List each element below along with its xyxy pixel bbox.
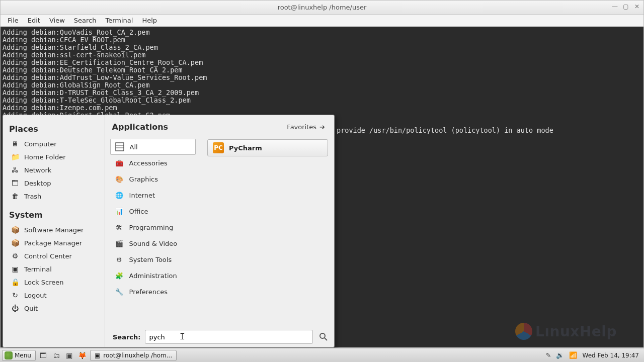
app-pycharm[interactable]: PC PyCharm [207,139,328,156]
folder-icon: 📁 [11,153,19,161]
category-label: System Tools [129,256,172,263]
system-label: Quit [24,305,38,312]
category-label: Internet [129,192,155,199]
menu-view[interactable]: View [45,16,69,25]
category-label: Programming [129,224,174,231]
svg-rect-0 [116,143,124,151]
svg-point-3 [320,333,325,338]
menu-search[interactable]: Search [70,16,101,25]
system-software-manager[interactable]: 📦Software Manager [8,224,101,236]
system-terminal[interactable]: ▣Terminal [8,263,101,275]
category-all[interactable]: All [110,139,196,155]
place-label: Network [24,166,51,174]
category-office[interactable]: 📊Office [110,203,196,219]
system-label: Package Manager [24,239,82,247]
menu-terminal[interactable]: Terminal [101,16,137,25]
search-input[interactable] [145,330,313,344]
category-administration[interactable]: 🧩Administration [110,267,196,284]
category-label: Sound & Video [129,240,178,247]
places-heading: Places [9,124,101,134]
category-system-tools[interactable]: ⚙System Tools [110,251,196,267]
control-center-icon: ⚙ [11,252,19,260]
place-desktop[interactable]: 🗔Desktop [8,177,101,189]
input-method-icon[interactable]: ✎ [546,351,551,359]
administration-icon: 🧩 [114,270,124,281]
place-trash[interactable]: 🗑Trash [8,190,101,202]
menu-button[interactable]: Menu [2,350,36,361]
system-tools-icon: ⚙ [114,254,124,264]
system-package-manager[interactable]: 📦Package Manager [8,237,101,249]
terminal-output-fragment: provide /usr/bin/policytool (policytool)… [337,126,553,134]
category-programming[interactable]: 🛠Programming [110,219,196,235]
desktop-background: root@linuxhelp /home/user — ▢ ✕ File Edi… [0,0,644,362]
favorites-link[interactable]: Favorites ➔ [287,123,325,131]
pycharm-icon: PC [213,142,224,153]
sound-video-icon: 🎬 [114,238,124,248]
system-label: Control Center [24,252,72,260]
taskbar: Menu 🗔 🗂 ▣ 🦊 ▣ root@linuxhelp /hom... ✎ … [0,348,644,362]
software-manager-icon: 📦 [11,226,19,234]
category-list: All 🧰Accessories 🎨Graphics 🌐Internet 📊Of… [105,137,201,347]
place-computer[interactable]: 🖥Computer [8,138,101,150]
terminal-icon: ▣ [11,265,19,273]
terminal-launcher[interactable]: ▣ [64,350,75,361]
menu-button-label: Menu [15,352,31,359]
window-maximize-button[interactable]: ▢ [621,2,630,11]
clock[interactable]: Wed Feb 14, 19:47 [582,352,639,359]
terminal-icon: ▣ [95,352,100,359]
menu-help[interactable]: Help [138,16,161,25]
category-label: All [130,143,138,151]
category-label: Graphics [129,175,158,183]
taskbar-task-label: root@linuxhelp /hom... [103,352,172,359]
applications-heading: Applications [112,122,169,132]
accessories-icon: 🧰 [114,158,124,168]
all-icon [115,142,125,152]
office-icon: 📊 [114,206,124,216]
network-icon: 🖧 [11,166,19,174]
window-close-button[interactable]: ✕ [632,2,641,11]
place-label: Home Folder [24,153,66,161]
system-heading: System [9,210,101,220]
svg-line-4 [325,338,327,340]
computer-icon: 🖥 [11,140,19,148]
category-preferences[interactable]: 🔧Preferences [110,284,196,300]
system-label: Logout [24,292,47,299]
favorites-label: Favorites [287,123,316,131]
place-label: Computer [24,140,57,148]
place-label: Trash [24,193,41,200]
sound-icon[interactable]: 🔉 [556,351,564,359]
system-lock-screen[interactable]: 🔒Lock Screen [8,276,101,288]
category-accessories[interactable]: 🧰Accessories [110,155,196,171]
file-manager-launcher[interactable]: 🗂 [51,350,62,361]
taskbar-terminal-task[interactable]: ▣ root@linuxhelp /hom... [90,350,177,361]
menu-file[interactable]: File [4,16,23,25]
show-desktop-launcher[interactable]: 🗔 [38,350,49,361]
application-menu: Places 🖥Computer 📁Home Folder 🖧Network 🗔… [3,115,335,347]
category-graphics[interactable]: 🎨Graphics [110,171,196,187]
firefox-launcher[interactable]: 🦊 [77,350,88,361]
system-logout[interactable]: ↻Logout [8,289,101,301]
category-sound-video[interactable]: 🎬Sound & Video [110,235,196,251]
lock-icon: 🔒 [11,278,19,286]
power-icon: ⏻ [11,304,19,312]
preferences-icon: 🔧 [114,287,124,297]
graphics-icon: 🎨 [114,174,124,184]
system-quit[interactable]: ⏻Quit [8,302,101,314]
menu-edit[interactable]: Edit [24,16,44,25]
arrow-right-icon: ➔ [319,123,325,131]
menu-right-column: Favorites ➔ PC PyCharm [201,115,334,347]
category-internet[interactable]: 🌐Internet [110,187,196,203]
terminal-menu-bar: File Edit View Search Terminal Help [1,15,643,27]
watermark-text: LınuxHelp [535,323,617,340]
window-titlebar[interactable]: root@linuxhelp /home/user — ▢ ✕ [1,1,643,15]
window-minimize-button[interactable]: — [610,2,619,11]
place-network[interactable]: 🖧Network [8,164,101,176]
category-label: Accessories [129,159,168,167]
search-button[interactable] [317,330,330,343]
category-label: Administration [129,272,177,280]
menu-middle-column: Applications All 🧰Accessories 🎨Graphics … [105,115,201,347]
network-tray-icon[interactable]: 📶 [569,351,577,359]
system-control-center[interactable]: ⚙Control Center [8,250,101,262]
logout-icon: ↻ [11,291,19,299]
place-home-folder[interactable]: 📁Home Folder [8,151,101,163]
